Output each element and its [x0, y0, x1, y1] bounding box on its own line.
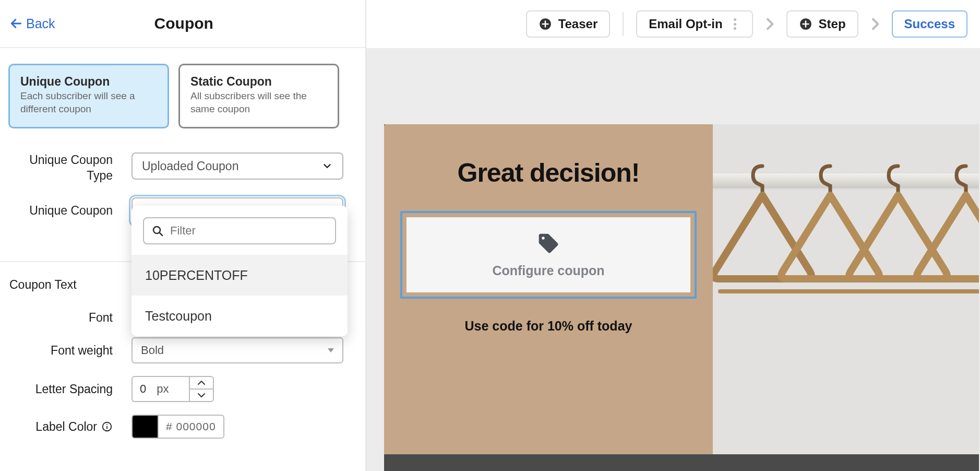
unique-card-desc: Each subscriber will see a different cou…	[20, 90, 157, 115]
back-label: Back	[26, 16, 55, 31]
step-teaser-label: Teaser	[558, 17, 598, 31]
letter-spacing-down-button[interactable]	[190, 390, 213, 401]
hanger-icon	[911, 161, 979, 338]
static-card-desc: All subscribers will see the same coupon	[190, 90, 327, 115]
configure-coupon-label: Configure coupon	[492, 263, 604, 278]
plus-circle-icon	[799, 17, 812, 31]
coupon-type-unique-card[interactable]: Unique Coupon Each subscriber will see a…	[8, 64, 169, 128]
font-weight-value: Bold	[141, 344, 164, 357]
step-teaser-button[interactable]: Teaser	[526, 10, 611, 38]
coupon-filter-input[interactable]	[143, 217, 336, 244]
chevron-right-icon	[867, 16, 883, 32]
letter-spacing-label: Letter Spacing	[8, 382, 132, 396]
svg-line-2	[159, 232, 162, 236]
label-color-label: Label Color	[35, 420, 97, 434]
label-color-hex[interactable]: # 000000	[158, 415, 224, 439]
step-add-step-button[interactable]: Step	[786, 10, 858, 38]
step-email-optin-label: Email Opt-in	[649, 17, 722, 31]
letter-spacing-unit: px	[157, 382, 169, 396]
chevron-up-icon	[197, 380, 206, 385]
unique-coupon-dropdown: 10PERCENTOFF Testcoupon	[132, 206, 348, 336]
label-color-swatch[interactable]	[132, 415, 158, 439]
step-email-optin-button[interactable]: Email Opt-in	[636, 10, 752, 38]
chevron-down-icon	[197, 393, 206, 398]
plus-circle-icon	[539, 17, 552, 31]
static-card-title: Static Coupon	[190, 75, 327, 89]
letter-spacing-input[interactable]: 0 px	[132, 376, 189, 402]
popup-title: Great decision!	[458, 158, 640, 188]
unique-coupon-type-value: Uploaded Coupon	[142, 159, 238, 173]
unique-card-title: Unique Coupon	[20, 75, 157, 89]
preview-canvas: Great decision! Configure coupon Use cod…	[366, 48, 980, 471]
chevron-down-icon	[321, 160, 333, 172]
page-title: Coupon	[154, 15, 213, 32]
info-icon[interactable]	[101, 421, 113, 432]
unique-coupon-type-label: Unique Coupon Type	[8, 148, 132, 184]
coupon-type-static-card[interactable]: Static Coupon All subscribers will see t…	[178, 64, 339, 128]
unique-coupon-label: Unique Coupon	[8, 203, 132, 219]
coupon-filter-text[interactable]	[170, 224, 328, 238]
popup-image	[713, 124, 979, 454]
step-step-label: Step	[819, 17, 846, 31]
search-icon	[151, 225, 164, 237]
back-button[interactable]: Back	[9, 16, 55, 31]
letter-spacing-up-button[interactable]	[190, 377, 213, 390]
preview-frame: Great decision! Configure coupon Use cod…	[384, 124, 979, 471]
chevron-right-icon	[761, 16, 778, 32]
step-success-label: Success	[904, 17, 955, 31]
vertical-separator	[623, 12, 624, 36]
popup-subtext: Use code for 10% off today	[465, 319, 632, 334]
popup-panel: Great decision! Configure coupon Use cod…	[384, 124, 713, 454]
coupon-option-10percentoff[interactable]: 10PERCENTOFF	[132, 255, 348, 296]
svg-point-5	[106, 424, 107, 425]
font-weight-select[interactable]: Bold	[132, 337, 343, 363]
unique-coupon-type-select[interactable]: Uploaded Coupon	[132, 152, 343, 180]
tag-icon	[537, 232, 560, 255]
kebab-menu-icon[interactable]	[730, 16, 740, 32]
font-label: Font	[8, 311, 132, 325]
coupon-option-testcoupon[interactable]: Testcoupon	[132, 296, 348, 336]
coupon-block[interactable]: Configure coupon	[400, 211, 697, 299]
arrow-left-icon	[9, 17, 23, 30]
font-weight-label: Font weight	[8, 344, 132, 358]
step-success-button[interactable]: Success	[892, 10, 967, 38]
caret-down-icon	[328, 348, 334, 352]
letter-spacing-value: 0	[140, 382, 146, 396]
